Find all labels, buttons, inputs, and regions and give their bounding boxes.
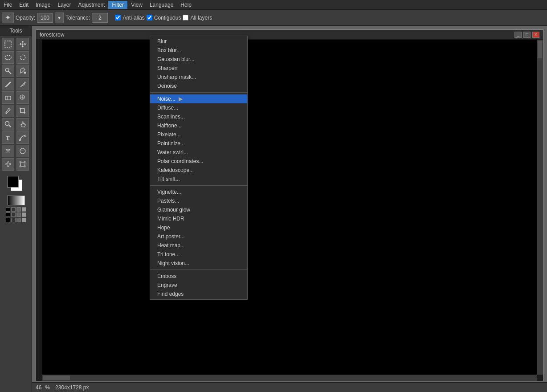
window-close-btn[interactable]: ✕ [532,32,539,38]
canvas-window: forestcrow _ □ ✕ [36,29,543,381]
window-minimize-btn[interactable]: _ [514,32,522,38]
tool-eraser[interactable] [2,91,14,104]
filter-section-4: Emboss Engrave Find edges [150,271,247,299]
foreground-color[interactable] [7,176,19,188]
canvas-titlebar: forestcrow _ □ ✕ [36,30,543,40]
menu-view[interactable]: View [127,1,146,9]
tool-path[interactable] [16,131,29,144]
menu-help[interactable]: Help [177,1,195,9]
all-layers-checkbox-area[interactable]: All layers [183,15,212,21]
filter-pastels[interactable]: Pastels... [150,196,247,205]
anti-alias-checkbox[interactable] [115,15,121,20]
color-area [0,172,32,226]
tool-paint-bucket[interactable] [16,65,29,77]
all-layers-label: All layers [190,15,212,21]
filter-mimic-hdr[interactable]: Mimic HDR [150,214,247,223]
menu-adjustment[interactable]: Adjustment [74,1,108,9]
tolerance-input[interactable] [92,13,108,23]
filter-diffuse[interactable]: Diffuse... [150,103,247,112]
filter-pixelate[interactable]: Pixelate... [150,130,247,139]
tool-pencil[interactable] [2,78,14,90]
filter-glamour-glow[interactable]: Glamour glow [150,205,247,214]
anti-alias-label: Anti-alias [122,15,144,21]
svg-point-15 [5,122,9,126]
dimensions-display: 2304x1728 px [55,384,89,391]
all-layers-checkbox[interactable] [183,15,188,20]
contiguous-checkbox-area[interactable]: Contiguous [147,15,181,21]
menu-layer[interactable]: Layer [54,1,74,9]
tool-clone[interactable] [16,91,29,104]
filter-tri-tone[interactable]: Tri tone... [150,250,247,259]
tool-smudge[interactable] [2,145,14,157]
separator-2 [150,185,247,186]
toolbar-tool-icon[interactable]: ✦ [2,12,14,23]
opacity-dropdown[interactable]: ▾ [55,12,64,23]
svg-point-14 [6,113,7,114]
anti-alias-checkbox-area[interactable]: Anti-alias [115,15,144,21]
tool-dodge-burn[interactable] [16,145,29,157]
color-squares[interactable] [7,176,25,194]
tool-text[interactable]: T [2,131,14,144]
tool-crop[interactable] [16,105,29,117]
canvas-scrollbar-bottom[interactable] [42,375,537,381]
filter-noise[interactable]: Noise... ▶ [150,94,247,103]
cursor-indicator: ▶ [179,96,183,102]
tool-zoom[interactable] [2,118,14,131]
tools-grid: T [0,36,32,172]
tools-panel: Tools [0,26,32,392]
gradient-swatch[interactable] [7,196,25,205]
filter-heat-map[interactable]: Heat map... [150,241,247,250]
filter-art-poster[interactable]: Art poster... [150,232,247,241]
svg-rect-25 [24,166,25,167]
zoom-unit: % [45,384,50,391]
filter-denoise[interactable]: Denoise [150,82,247,90]
menu-file[interactable]: File [0,1,16,9]
menu-edit[interactable]: Edit [16,1,32,9]
canvas-content [42,40,537,375]
filter-blur[interactable]: Blur [150,37,247,46]
tool-select-rect[interactable] [2,38,14,50]
tool-select-ellipse[interactable] [2,51,14,64]
filter-scanlines[interactable]: Scanlines... [150,112,247,121]
filter-emboss[interactable]: Emboss [150,272,247,281]
filter-unsharp-mask[interactable]: Unsharp mask... [150,73,247,82]
filter-polar-coordinates[interactable]: Polar coordinates... [150,157,247,166]
tool-lasso[interactable] [16,51,29,64]
contiguous-label: Contiguous [154,15,181,21]
filter-find-edges[interactable]: Find edges [150,290,247,298]
tool-transform[interactable] [16,158,29,171]
canvas-scrollbar-right[interactable] [537,40,543,375]
filter-vignette[interactable]: Vignette... [150,188,247,196]
tolerance-label: Tolerance: [65,15,90,21]
filter-pointinize[interactable]: Pointinize... [150,139,247,148]
filter-tilt-shift[interactable]: Tilt shift... [150,175,247,184]
filter-kaleidoscope[interactable]: Kaleidoscope... [150,166,247,175]
menu-image[interactable]: Image [32,1,54,9]
filter-halftone[interactable]: Halftone... [150,121,247,130]
filter-section-1: Blur Box blur... Gaussian blur... Sharpe… [150,36,247,91]
menu-bar: File Edit Image Layer Adjustment Filter … [0,0,547,10]
filter-night-vision[interactable]: Night vision... [150,259,247,268]
window-maximize-btn[interactable]: □ [523,32,531,38]
tool-hand[interactable] [16,118,29,131]
menu-language[interactable]: Language [146,1,177,9]
tool-move[interactable] [16,38,29,50]
svg-rect-23 [24,161,25,163]
menu-filter[interactable]: Filter [108,1,127,9]
filter-engrave[interactable]: Engrave [150,281,247,290]
svg-point-1 [5,55,11,60]
filter-water-swirl[interactable]: Water swirl... [150,148,247,157]
contiguous-checkbox[interactable] [147,15,152,20]
tool-magic-wand[interactable] [2,65,14,77]
filter-box-blur[interactable]: Box blur... [150,46,247,55]
tool-brush[interactable] [16,78,29,90]
filter-sharpen[interactable]: Sharpen [150,64,247,73]
tool-healing[interactable] [2,158,14,171]
svg-rect-0 [5,41,11,47]
svg-rect-9 [5,96,11,100]
tools-title: Tools [0,26,32,36]
opacity-input[interactable] [37,13,53,23]
filter-gaussian-blur[interactable]: Gaussian blur... [150,55,247,64]
filter-hope[interactable]: Hope [150,223,247,232]
tool-eyedropper[interactable] [2,105,14,117]
